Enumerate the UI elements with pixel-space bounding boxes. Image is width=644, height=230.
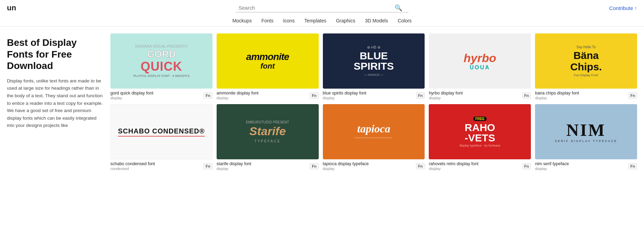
font-name-gord: gord quick display font display — [110, 91, 153, 100]
font-name-tapioca: tapioca display typeface display — [323, 161, 369, 171]
font-card-info-bana-chips: bana chips display font display Fn — [535, 91, 637, 100]
font-name-nim: nim serif typeface display — [535, 161, 569, 171]
font-card-image-schabo: SCHABO CONDENSED® — [110, 104, 212, 159]
font-card-gord-quick[interactable]: KEINARA VISUAL PRESENTS GORD QUICK PLAYF… — [110, 33, 212, 100]
fn-badge-gord: Fn — [204, 92, 212, 99]
font-card-starife[interactable]: EMBURGTUDIO PRESENT Starife TYPEFACE sta… — [217, 104, 319, 171]
fn-badge-blue-spirits: Fn — [416, 92, 425, 99]
fn-badge-ammonite: Fn — [310, 92, 318, 99]
fn-badge-bana-chips: Fn — [628, 92, 637, 99]
search-icon[interactable]: 🔍 — [395, 4, 402, 12]
nav-item-3dmodels[interactable]: 3D Models — [365, 18, 388, 23]
fn-badge-rahovets: Fn — [522, 163, 531, 169]
font-name-ammonite: ammonite display font display — [217, 91, 259, 100]
font-card-image-nim: NIM SERIF DISPLAY TYPEFACE — [535, 104, 637, 159]
font-card-image-ammonite: ammonite font — [217, 33, 319, 89]
font-card-info-ammonite: ammonite display font display Fn — [217, 91, 319, 100]
nav-bar: Mockups Fonts Icons Templates Graphics 3… — [232, 15, 412, 26]
font-card-ammonite[interactable]: ammonite font ammonite display font disp… — [217, 33, 319, 100]
fn-badge-tapioca: Fn — [416, 163, 425, 169]
fn-badge-starife: Fn — [310, 163, 318, 169]
sidebar-title: Best of Display Fonts for Free Download — [7, 37, 103, 72]
sidebar-description: Display fonts, unlike text fonts are mad… — [7, 77, 103, 129]
search-container: 🔍 — [236, 3, 408, 12]
main-content: Best of Display Fonts for Free Download … — [0, 27, 644, 178]
font-card-image-rahovets: FREE Raho-vets display typeface · by fon… — [429, 104, 531, 159]
font-card-image-blue-spirits: ⊕ HB ⊕ BLUESPIRITS — HAN'CO — — [323, 33, 425, 89]
font-card-info-nim: nim serif typeface display Fn — [535, 161, 637, 171]
nav-item-templates[interactable]: Templates — [304, 18, 326, 23]
nav-item-graphics[interactable]: Graphics — [336, 18, 355, 23]
font-card-image-starife: EMBURGTUDIO PRESENT Starife TYPEFACE — [217, 104, 319, 159]
header: un 🔍 Contribute Mockups Fonts Icons Temp… — [0, 0, 644, 27]
fn-badge-nim: Fn — [628, 163, 637, 169]
logo[interactable]: un — [7, 3, 16, 12]
fn-badge-schabo: Fn — [204, 163, 212, 169]
font-card-info-schabo: schabo condensed font condensed Fn — [110, 161, 212, 171]
nav-item-icons[interactable]: Icons — [283, 18, 295, 23]
font-name-bana-chips: bana chips display font display — [535, 91, 579, 100]
contribute-link[interactable]: Contribute — [609, 5, 637, 11]
font-card-info-blue-spirits: blue spirits display font display Fn — [323, 91, 425, 100]
font-name-starife: starife display font display — [217, 161, 251, 171]
font-card-blue-spirits[interactable]: ⊕ HB ⊕ BLUESPIRITS — HAN'CO — blue spiri… — [323, 33, 425, 100]
nav-item-fonts[interactable]: Fonts — [261, 18, 274, 23]
font-card-info-rahovets: rahovets retro display font display Fn — [429, 161, 531, 171]
fn-badge-hyrbo: Fn — [522, 92, 531, 99]
font-name-hyrbo: hyrbo display font display — [429, 91, 463, 100]
nav-item-mockups[interactable]: Mockups — [232, 18, 252, 23]
font-card-image-tapioca: tapioca 〰〰〰〰〰〰〰〰〰 — [323, 104, 425, 159]
font-name-schabo: schabo condensed font condensed — [110, 161, 155, 171]
font-card-info-starife: starife display font display Fn — [217, 161, 319, 171]
font-card-image-gord: KEINARA VISUAL PRESENTS GORD QUICK PLAYF… — [110, 33, 212, 89]
font-card-tapioca[interactable]: tapioca 〰〰〰〰〰〰〰〰〰 tapioca display typefa… — [323, 104, 425, 171]
font-card-info-gord: gord quick display font display Fn — [110, 91, 212, 100]
search-input[interactable] — [236, 3, 395, 12]
font-name-rahovets: rahovets retro display font display — [429, 161, 478, 171]
font-card-image-hyrbo: hyrbo UOUA — [429, 33, 531, 89]
font-card-nim[interactable]: NIM SERIF DISPLAY TYPEFACE nim serif typ… — [535, 104, 637, 171]
sidebar: Best of Display Fonts for Free Download … — [7, 33, 103, 171]
font-grid: KEINARA VISUAL PRESENTS GORD QUICK PLAYF… — [110, 33, 637, 171]
font-card-schabo[interactable]: SCHABO CONDENSED® schabo condensed font … — [110, 104, 212, 171]
font-card-image-bana-chips: Say Hello To BänaChips. Fun Display Font… — [535, 33, 637, 89]
font-card-info-tapioca: tapioca display typeface display Fn — [323, 161, 425, 171]
font-name-blue-spirits: blue spirits display font display — [323, 91, 366, 100]
font-card-rahovets[interactable]: FREE Raho-vets display typeface · by fon… — [429, 104, 531, 171]
header-top: un 🔍 Contribute — [7, 3, 637, 15]
nav-item-colors[interactable]: Colors — [398, 18, 412, 23]
font-card-bana-chips[interactable]: Say Hello To BänaChips. Fun Display Font… — [535, 33, 637, 100]
font-card-info-hyrbo: hyrbo display font display Fn — [429, 91, 531, 100]
font-card-hyrbo[interactable]: hyrbo UOUA hyrbo display font display Fn — [429, 33, 531, 100]
